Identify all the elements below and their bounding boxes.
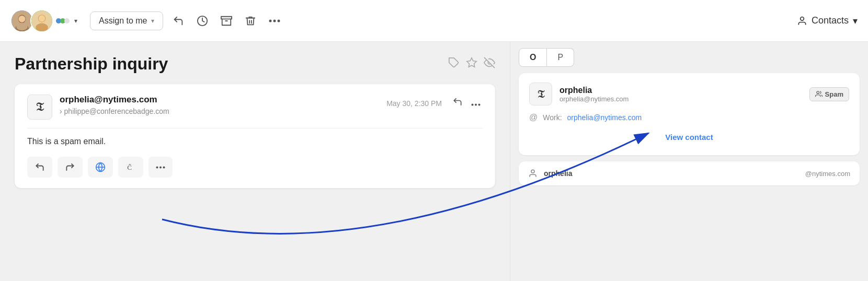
svg-point-29	[159, 166, 162, 168]
right-panel: O P 𝔗 orphelia orphelia@nytimes.com Spam…	[510, 42, 868, 281]
email-header: 𝔗 orphelia@nytimes.com › philippe@confer…	[27, 95, 483, 120]
email-reply-button[interactable]	[450, 95, 465, 112]
reply-button[interactable]	[169, 12, 187, 30]
list-contact-handle: @nytimes.com	[805, 170, 850, 178]
hide-button[interactable]	[484, 57, 495, 71]
svg-point-16	[273, 19, 276, 22]
avatar-dropdown-button[interactable]: ▾	[72, 15, 79, 27]
footer-forward-button[interactable]	[58, 157, 83, 178]
svg-point-7	[36, 23, 48, 31]
avatar-group: ▾	[10, 9, 79, 32]
recipient-email: › philippe@conferencebadge.com	[60, 107, 379, 115]
svg-point-15	[269, 19, 272, 22]
footer-extra-button[interactable]	[149, 157, 173, 178]
tab-p[interactable]: P	[547, 48, 574, 67]
at-icon: @	[529, 113, 538, 122]
contact-logo: 𝔗	[529, 83, 552, 106]
svg-point-17	[278, 19, 280, 22]
tag-button[interactable]	[448, 57, 460, 71]
left-panel: Partnership inquiry 𝔗 orphelia@nytimes.c…	[0, 42, 510, 281]
work-label: Work:	[543, 113, 562, 122]
svg-point-24	[478, 104, 481, 106]
svg-point-23	[475, 104, 477, 106]
contact-email: orphelia@nytimes.com	[559, 95, 802, 103]
email-card: 𝔗 orphelia@nytimes.com › philippe@confer…	[15, 84, 495, 188]
archive-button[interactable]	[218, 12, 235, 30]
contacts-button[interactable]: Contacts ▾	[797, 15, 858, 27]
title-actions	[448, 57, 495, 71]
svg-point-4	[16, 22, 28, 30]
svg-point-31	[817, 91, 819, 94]
svg-point-30	[163, 166, 165, 168]
svg-point-18	[801, 17, 804, 20]
svg-text:Ĉ: Ĉ	[127, 163, 132, 171]
assign-chevron-icon: ▾	[151, 17, 154, 25]
sender-email: orphelia@nytimes.com	[60, 95, 379, 105]
conversation-title-row: Partnership inquiry	[15, 54, 495, 74]
recipient-address: philippe@conferencebadge.com	[64, 107, 169, 115]
svg-marker-20	[467, 58, 476, 67]
view-contact-button[interactable]: View contact	[529, 128, 849, 146]
email-divider	[27, 128, 483, 128]
contact-tabs: O P	[510, 48, 868, 67]
spam-button[interactable]: Spam	[809, 87, 849, 101]
footer-reply-button[interactable]	[27, 157, 52, 178]
contacts-label: Contacts	[812, 15, 849, 26]
recipient-prefix: ›	[60, 107, 64, 115]
conversation-title: Partnership inquiry	[15, 54, 440, 74]
svg-point-32	[531, 170, 534, 173]
footer-globe-button[interactable]	[88, 157, 113, 178]
avatar-2	[30, 9, 53, 32]
toolbar: ▾ Assign to me ▾ Contacts ▾	[0, 0, 868, 42]
footer-font-button[interactable]: Ĉ	[118, 157, 143, 178]
work-email-link[interactable]: orphelia@nytimes.com	[567, 113, 642, 122]
trash-button[interactable]	[242, 12, 259, 30]
assign-label: Assign to me	[99, 16, 147, 26]
sender-logo: 𝔗	[27, 95, 52, 120]
spam-label: Spam	[825, 90, 843, 98]
svg-rect-13	[221, 16, 232, 19]
email-more-button[interactable]	[469, 96, 483, 111]
online-dots	[55, 16, 70, 26]
avatar-face-2	[31, 10, 52, 31]
person-icon	[528, 169, 538, 178]
email-footer: Ĉ	[27, 157, 483, 178]
history-button[interactable]	[193, 12, 211, 30]
contacts-chevron-icon: ▾	[853, 15, 858, 27]
contact-info: orphelia orphelia@nytimes.com	[559, 86, 802, 103]
star-button[interactable]	[466, 57, 477, 71]
avatar-face-1	[12, 10, 32, 31]
svg-point-8	[39, 15, 45, 22]
main-layout: Partnership inquiry 𝔗 orphelia@nytimes.c…	[0, 42, 868, 281]
contact-card-header: 𝔗 orphelia orphelia@nytimes.com Spam	[529, 83, 849, 106]
svg-point-3	[19, 16, 26, 22]
email-body: This is a spam email.	[27, 137, 483, 146]
contact-list-item[interactable]: orphelia @nytimes.com	[519, 161, 860, 185]
tab-o[interactable]: O	[519, 48, 547, 67]
contact-work-email-row: @ Work: orphelia@nytimes.com	[529, 113, 849, 122]
email-actions: May 30, 2:30 PM	[386, 95, 483, 112]
contact-card: 𝔗 orphelia orphelia@nytimes.com Spam @ W…	[519, 73, 860, 155]
assign-to-me-button[interactable]: Assign to me ▾	[90, 11, 163, 30]
list-contact-name: orphelia	[544, 169, 799, 178]
email-meta: orphelia@nytimes.com › philippe@conferen…	[60, 95, 379, 115]
contact-name: orphelia	[559, 86, 802, 95]
svg-point-28	[156, 166, 158, 168]
svg-point-22	[472, 104, 474, 106]
svg-point-11	[64, 18, 70, 24]
email-date: May 30, 2:30 PM	[386, 99, 442, 108]
more-options-button[interactable]	[266, 16, 283, 26]
